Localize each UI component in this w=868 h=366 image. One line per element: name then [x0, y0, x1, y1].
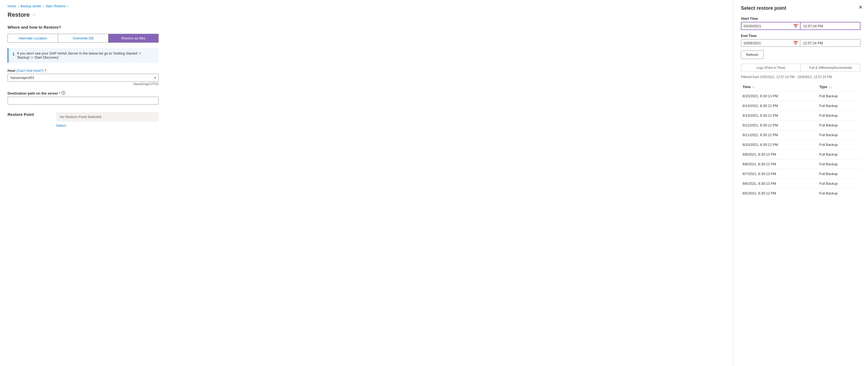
tab-restore-as-files[interactable]: Restore as files	[108, 34, 158, 43]
toggle-full-btn[interactable]: Full & Differential/Incremental	[801, 64, 860, 72]
row-time: 8/8/2021, 8:30:12 PM	[741, 159, 818, 169]
table-row[interactable]: 8/6/2021, 8:30:13 PMFull Backup	[741, 179, 861, 189]
table-row[interactable]: 8/5/2021, 8:30:12 PMFull Backup	[741, 189, 861, 198]
table-row[interactable]: 8/10/2021, 8:30:12 PMFull Backup	[741, 140, 861, 150]
restore-point-label: Restore Point	[7, 112, 51, 117]
page-title-area: Restore ···	[7, 11, 725, 18]
table-row[interactable]: 8/13/2021, 8:30:12 PMFull Backup	[741, 111, 861, 120]
start-time-group: Start Time 📅	[741, 17, 861, 30]
row-type: Full Backup	[818, 130, 861, 140]
col-header-type[interactable]: Type ↑↓	[818, 83, 861, 91]
row-time: 8/6/2021, 8:30:13 PM	[741, 179, 818, 189]
row-time: 8/10/2021, 8:30:12 PM	[741, 140, 818, 150]
row-type: Full Backup	[818, 150, 861, 159]
breadcrumb-home[interactable]: Home	[7, 4, 16, 8]
tab-alternate-location[interactable]: Alternate Location	[8, 34, 58, 43]
host-label-text: Host	[7, 68, 16, 73]
start-time-row: 📅	[741, 22, 861, 30]
row-type: Full Backup	[818, 91, 861, 101]
breadcrumb-sep1: ›	[18, 4, 19, 8]
close-button[interactable]: ✕	[859, 5, 863, 10]
host-select[interactable]: hanasnapcvt01	[7, 74, 159, 82]
destination-label: Destination path on the server * ⓘ	[7, 91, 159, 95]
destination-info-icon: ⓘ	[62, 91, 65, 95]
end-time-input[interactable]	[803, 41, 858, 45]
end-time-wrapper[interactable]	[800, 39, 861, 47]
table-row[interactable]: 8/14/2021, 8:30:12 PMFull Backup	[741, 101, 861, 111]
row-type: Full Backup	[818, 179, 861, 189]
destination-required-indicator: *	[59, 91, 60, 95]
breadcrumb-sep2: ›	[43, 4, 44, 8]
restore-point-row: Restore Point No Restore Point Selected …	[7, 112, 159, 128]
row-type: Full Backup	[818, 101, 861, 111]
row-time: 8/12/2021, 8:30:12 PM	[741, 120, 818, 130]
info-text: If you don't see your SAP HANA Server in…	[17, 51, 154, 59]
end-date-calendar-icon[interactable]: 📅	[793, 41, 798, 45]
row-time: 8/15/2021, 8:30:13 PM	[741, 91, 818, 101]
table-row[interactable]: 8/8/2021, 8:30:12 PMFull Backup	[741, 159, 861, 169]
table-row[interactable]: 8/15/2021, 8:30:13 PMFull Backup	[741, 91, 861, 101]
right-panel: ✕ Select restore point Start Time 📅 End …	[733, 0, 868, 366]
info-icon: ℹ	[13, 52, 14, 57]
row-type: Full Backup	[818, 140, 861, 150]
row-type: Full Backup	[818, 189, 861, 198]
table-row[interactable]: 8/12/2021, 8:30:12 PMFull Backup	[741, 120, 861, 130]
start-date-calendar-icon[interactable]: 📅	[793, 24, 798, 28]
refresh-button[interactable]: Refresh	[741, 51, 764, 59]
select-restore-point-link[interactable]: Select	[56, 123, 66, 128]
row-type: Full Backup	[818, 111, 861, 120]
destination-label-text: Destination path on the server	[7, 91, 58, 95]
row-time: 8/14/2021, 8:30:12 PM	[741, 101, 818, 111]
host-required-indicator: *	[45, 68, 46, 73]
table-row[interactable]: 8/7/2021, 8:30:13 PMFull Backup	[741, 169, 861, 179]
page-title-ellipsis[interactable]: ···	[32, 12, 36, 17]
restore-point-placeholder: No Restore Point Selected	[56, 112, 159, 121]
start-date-input[interactable]	[744, 24, 792, 28]
breadcrumb: Home › Backup center › Start: Restore ›	[7, 4, 725, 8]
page-title: Restore	[7, 11, 30, 18]
time-sort-icon[interactable]: ↑↓	[752, 85, 755, 89]
breadcrumb-start-restore[interactable]: Start: Restore	[45, 4, 66, 8]
tab-overwrite-db[interactable]: Overwrite DB	[58, 34, 108, 43]
restore-point-value: No Restore Point Selected Select	[56, 112, 159, 128]
view-toggle-group: Logs (Point in Time) Full & Differential…	[741, 64, 861, 72]
end-time-label: End Time	[741, 34, 861, 38]
start-time-wrapper[interactable]	[801, 22, 861, 30]
host-hint: HanaSnapCVT01	[7, 82, 159, 86]
host-label: Host (Can't find Host?) *	[7, 68, 159, 73]
breadcrumb-backup-center[interactable]: Backup center	[21, 4, 41, 8]
panel-title: Select restore point	[741, 5, 861, 11]
info-box: ℹ If you don't see your SAP HANA Server …	[7, 48, 159, 63]
destination-input[interactable]	[7, 97, 159, 105]
col-header-time[interactable]: Time ↑↓	[741, 83, 818, 91]
host-select-wrapper: hanasnapcvt01 ▾	[7, 74, 159, 82]
row-time: 8/5/2021, 8:30:12 PM	[741, 189, 818, 198]
row-type: Full Backup	[818, 159, 861, 169]
filter-text: Filtered from 3/30/2021, 12:57:24 PM - 1…	[741, 75, 861, 79]
start-time-input[interactable]	[803, 24, 858, 28]
end-date-wrapper[interactable]: 📅	[741, 39, 800, 47]
row-time: 8/7/2021, 8:30:13 PM	[741, 169, 818, 179]
type-sort-icon[interactable]: ↑↓	[829, 85, 832, 89]
table-row[interactable]: 8/11/2021, 8:30:12 PMFull Backup	[741, 130, 861, 140]
end-date-input[interactable]	[743, 41, 792, 45]
left-panel: Home › Backup center › Start: Restore › …	[0, 0, 733, 366]
host-field-group: Host (Can't find Host?) * hanasnapcvt01 …	[7, 68, 159, 86]
breadcrumb-sep3: ›	[67, 4, 68, 8]
row-time: 8/13/2021, 8:30:12 PM	[741, 111, 818, 120]
row-time: 8/9/2021, 8:30:13 PM	[741, 150, 818, 159]
section-heading: Where and how to Restore?	[7, 25, 725, 29]
cant-find-host-link[interactable]: (Can't find Host?)	[17, 68, 44, 73]
table-row[interactable]: 8/9/2021, 8:30:13 PMFull Backup	[741, 150, 861, 159]
row-type: Full Backup	[818, 120, 861, 130]
restore-point-section: Restore Point No Restore Point Selected …	[7, 112, 159, 128]
destination-field-group: Destination path on the server * ⓘ	[7, 91, 159, 105]
row-type: Full Backup	[818, 169, 861, 179]
restore-type-tabs: Alternate Location Overwrite DB Restore …	[7, 34, 159, 43]
toggle-logs-btn[interactable]: Logs (Point in Time)	[741, 64, 801, 72]
row-time: 8/11/2021, 8:30:12 PM	[741, 130, 818, 140]
start-date-wrapper[interactable]: 📅	[741, 22, 801, 30]
start-time-label: Start Time	[741, 17, 861, 21]
end-time-group: End Time 📅	[741, 34, 861, 47]
end-time-row: 📅	[741, 39, 861, 47]
